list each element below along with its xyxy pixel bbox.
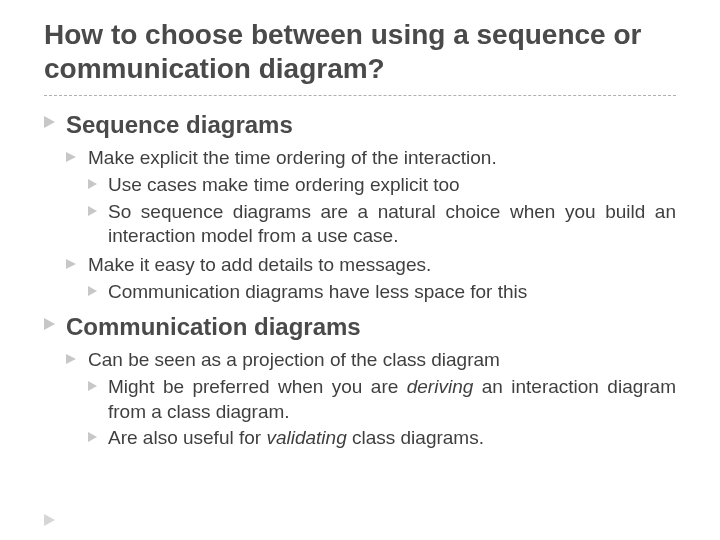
- item-text: Use cases make time ordering explicit to…: [108, 173, 676, 198]
- list-item: Use cases make time ordering explicit to…: [88, 173, 676, 198]
- section-heading: Sequence diagrams: [66, 110, 676, 140]
- sub-list: Communication diagrams have less space f…: [88, 280, 676, 305]
- sub-list: Use cases make time ordering explicit to…: [88, 173, 676, 249]
- section-heading: Communication diagrams: [66, 312, 676, 342]
- list-item: Are also useful for validating class dia…: [88, 426, 676, 451]
- list-item: Make it easy to add details to messages.…: [66, 253, 676, 304]
- list-item: Make explicit the time ordering of the i…: [66, 146, 676, 249]
- section-communication: Communication diagrams Can be seen as a …: [44, 312, 676, 451]
- section-items: Make explicit the time ordering of the i…: [66, 146, 676, 304]
- item-text: Make explicit the time ordering of the i…: [88, 146, 676, 171]
- item-text: Communication diagrams have less space f…: [108, 280, 676, 305]
- slide-title: How to choose between using a sequence o…: [44, 18, 676, 96]
- list-item: Communication diagrams have less space f…: [88, 280, 676, 305]
- triangle-icon: [44, 514, 55, 526]
- list-item: Can be seen as a projection of the class…: [66, 348, 676, 451]
- list-item: Might be preferred when you are deriving…: [88, 375, 676, 424]
- item-text: Might be preferred when you are deriving…: [108, 375, 676, 424]
- section-items: Can be seen as a projection of the class…: [66, 348, 676, 451]
- section-sequence: Sequence diagrams Make explicit the time…: [44, 110, 676, 304]
- slide: How to choose between using a sequence o…: [0, 0, 720, 540]
- item-text: Make it easy to add details to messages.: [88, 253, 676, 278]
- item-text: Can be seen as a projection of the class…: [88, 348, 676, 373]
- item-text: Are also useful for validating class dia…: [108, 426, 676, 451]
- list-item: So sequence diagrams are a natural choic…: [88, 200, 676, 249]
- sub-list: Might be preferred when you are deriving…: [88, 375, 676, 451]
- item-text: So sequence diagrams are a natural choic…: [108, 200, 676, 249]
- content-list: Sequence diagrams Make explicit the time…: [44, 110, 676, 451]
